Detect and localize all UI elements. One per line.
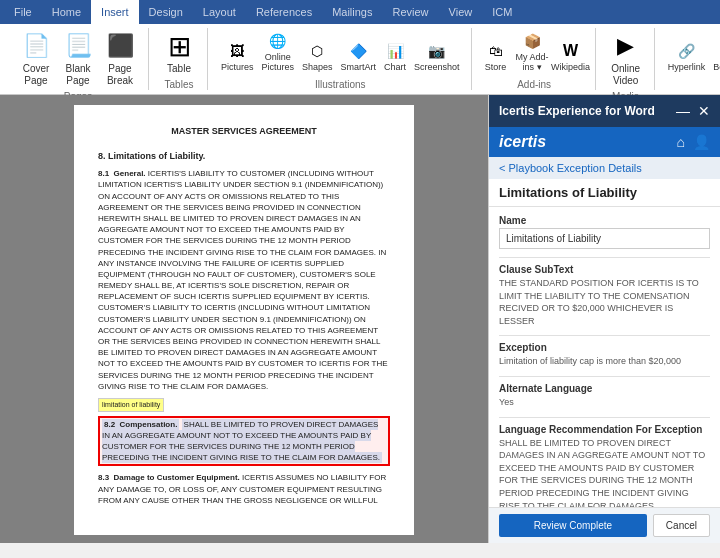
field-exception: Exception Limitation of liability cap is… xyxy=(499,342,710,368)
field-name-label: Name xyxy=(499,215,710,226)
pictures-icon: 🖼 xyxy=(226,40,248,62)
field-alt-language-label: Alternate Language xyxy=(499,383,710,394)
panel-user-icon[interactable]: 👤 xyxy=(693,134,710,150)
online-pictures-icon: 🌐 xyxy=(267,30,289,52)
online-video-icon: ▶ xyxy=(610,30,642,62)
ribbon-group-illustrations: 🖼 Pictures 🌐 OnlinePictures ⬡ Shapes 🔷 S… xyxy=(210,28,472,90)
tab-design[interactable]: Design xyxy=(139,0,193,24)
field-clause-subtext-label: Clause SubText xyxy=(499,264,710,275)
bookmark-button[interactable]: 🔖 Bookmark xyxy=(710,38,720,74)
online-video-button[interactable]: ▶ OnlineVideo xyxy=(606,28,646,89)
tab-layout[interactable]: Layout xyxy=(193,0,246,24)
panel-logo-bar: icertis ⌂ 👤 xyxy=(489,127,720,157)
field-name: Name Limitations of Liability xyxy=(499,215,710,249)
panel-home-icon[interactable]: ⌂ xyxy=(677,134,685,150)
field-alt-language-value: Yes xyxy=(499,396,710,409)
wikipedia-button[interactable]: W Wikipedia xyxy=(555,38,587,74)
field-clause-subtext-value: THE STANDARD POSITION FOR ICERTIS IS TO … xyxy=(499,277,710,327)
highlight-label: limitation of liability xyxy=(98,398,164,412)
store-icon: 🛍 xyxy=(485,40,507,62)
doc-para-82-bold: 8.2 Compensation. xyxy=(102,419,179,430)
field-name-value: Limitations of Liability xyxy=(499,228,710,249)
document-title: MASTER SERVICES AGREEMENT xyxy=(98,125,390,138)
doc-section-title: 8. Limitations of Liability. xyxy=(98,150,390,163)
review-complete-button[interactable]: Review Complete xyxy=(499,514,647,537)
panel-close-icon[interactable]: ✕ xyxy=(698,103,710,119)
tab-icm[interactable]: ICM xyxy=(482,0,522,24)
panel-header-icons: — ✕ xyxy=(676,103,710,119)
doc-para-81-bold: 8.1 General. xyxy=(98,169,146,178)
shapes-button[interactable]: ⬡ Shapes xyxy=(299,38,336,74)
field-lang-recommendation-value: SHALL BE LIMITED TO PROVEN DIRECT DAMAGE… xyxy=(499,437,710,507)
ribbon-group-media: ▶ OnlineVideo Media xyxy=(598,28,655,90)
panel-nav-back[interactable]: < Playbook Exception Details xyxy=(489,157,720,179)
wikipedia-icon: W xyxy=(560,40,582,62)
shapes-icon: ⬡ xyxy=(306,40,328,62)
panel-action-bar: Review Complete Cancel xyxy=(489,507,720,543)
table-button[interactable]: ⊞ Table xyxy=(159,28,199,77)
tab-home[interactable]: Home xyxy=(42,0,91,24)
field-alt-language: Alternate Language Yes xyxy=(499,383,710,409)
side-panel: Icertis Experience for Word — ✕ icertis … xyxy=(488,95,720,543)
online-pictures-button[interactable]: 🌐 OnlinePictures xyxy=(259,28,298,74)
panel-minimize-icon[interactable]: — xyxy=(676,103,690,119)
tab-insert[interactable]: Insert xyxy=(91,0,139,24)
ribbon-group-addins: 🛍 Store 📦 My Add-ins ▾ W Wikipedia Add-i… xyxy=(474,28,596,90)
panel-header: Icertis Experience for Word — ✕ xyxy=(489,95,720,127)
store-button[interactable]: 🛍 Store xyxy=(482,38,510,74)
screenshot-button[interactable]: 📷 Screenshot xyxy=(411,38,463,74)
page-break-button[interactable]: ⬛ PageBreak xyxy=(100,28,140,89)
panel-logo: icertis xyxy=(499,133,546,151)
panel-header-title: Icertis Experience for Word xyxy=(499,104,655,118)
field-exception-label: Exception xyxy=(499,342,710,353)
table-icon: ⊞ xyxy=(163,30,195,62)
tab-file[interactable]: File xyxy=(4,0,42,24)
hyperlink-icon: 🔗 xyxy=(675,40,697,62)
doc-para-83: 8.3 Damage to Customer Equipment. ICERTI… xyxy=(98,472,390,506)
my-addins-button[interactable]: 📦 My Add-ins ▾ xyxy=(512,28,553,74)
panel-content: Name Limitations of Liability Clause Sub… xyxy=(489,207,720,507)
tab-view[interactable]: View xyxy=(439,0,483,24)
ribbon-group-tables: ⊞ Table Tables xyxy=(151,28,208,90)
document-page: MASTER SERVICES AGREEMENT 8. Limitations… xyxy=(74,105,414,535)
document-area: MASTER SERVICES AGREEMENT 8. Limitations… xyxy=(0,95,488,543)
ribbon-group-pages: 📄 CoverPage 📃 BlankPage ⬛ PageBreak Page… xyxy=(8,28,149,90)
chart-icon: 📊 xyxy=(384,40,406,62)
doc-para-83-bold: 8.3 Damage to Customer Equipment. xyxy=(98,473,240,482)
doc-para-82: 8.2 Compensation. SHALL BE LIMITED TO PR… xyxy=(98,416,390,467)
panel-section-title: Limitations of Liability xyxy=(489,179,720,207)
tables-group-label: Tables xyxy=(165,79,194,90)
cancel-button[interactable]: Cancel xyxy=(653,514,710,537)
cover-page-icon: 📄 xyxy=(20,30,52,62)
screenshot-icon: 📷 xyxy=(426,40,448,62)
cover-page-button[interactable]: 📄 CoverPage xyxy=(16,28,56,89)
panel-logo-icons: ⌂ 👤 xyxy=(677,134,710,150)
blank-page-button[interactable]: 📃 BlankPage xyxy=(58,28,98,89)
blank-page-icon: 📃 xyxy=(62,30,94,62)
smartart-button[interactable]: 🔷 SmartArt xyxy=(338,38,380,74)
doc-para-81: 8.1 General. ICERTIS'S LIABILITY TO CUST… xyxy=(98,168,390,392)
field-lang-recommendation-label: Language Recommendation For Exception xyxy=(499,424,710,435)
field-lang-recommendation: Language Recommendation For Exception SH… xyxy=(499,424,710,507)
smartart-icon: 🔷 xyxy=(347,40,369,62)
tab-review[interactable]: Review xyxy=(383,0,439,24)
my-addins-icon: 📦 xyxy=(521,30,543,52)
page-break-icon: ⬛ xyxy=(104,30,136,62)
pictures-button[interactable]: 🖼 Pictures xyxy=(218,38,257,74)
tab-mailings[interactable]: Mailings xyxy=(322,0,382,24)
addins-group-label: Add-ins xyxy=(517,79,551,90)
chart-button[interactable]: 📊 Chart xyxy=(381,38,409,74)
field-clause-subtext: Clause SubText THE STANDARD POSITION FOR… xyxy=(499,264,710,327)
illustrations-group-label: Illustrations xyxy=(315,79,366,90)
tab-references[interactable]: References xyxy=(246,0,322,24)
hyperlink-button[interactable]: 🔗 Hyperlink xyxy=(665,38,709,74)
field-exception-value: Limitation of liability cap is more than… xyxy=(499,355,710,368)
ribbon-group-links: 🔗 Hyperlink 🔖 Bookmark ↗ Cross-reference… xyxy=(657,28,720,90)
